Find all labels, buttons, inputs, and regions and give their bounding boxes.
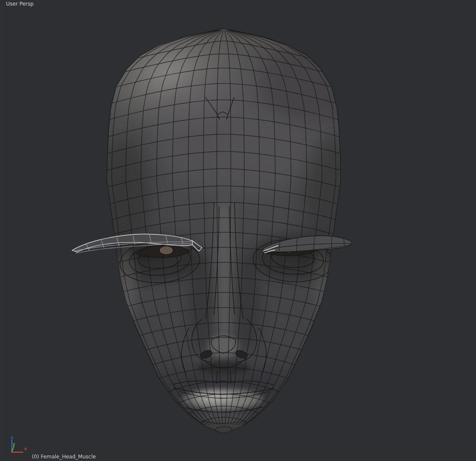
3d-viewport[interactable]: User Persp z y x (0) Female_Head_Muscle <box>0 0 476 461</box>
z-axis-label: z <box>11 435 13 440</box>
viewport-view-label: User Persp <box>6 1 34 7</box>
iris-left <box>159 246 173 255</box>
viewport-canvas[interactable]: User Persp z y x (0) Female_Head_Muscle <box>0 0 476 461</box>
object-name-label: (0) Female_Head_Muscle <box>32 454 96 460</box>
y-axis-label: y <box>12 441 15 447</box>
x-axis-label: x <box>24 446 27 452</box>
viewport-left-border <box>1 0 2 461</box>
